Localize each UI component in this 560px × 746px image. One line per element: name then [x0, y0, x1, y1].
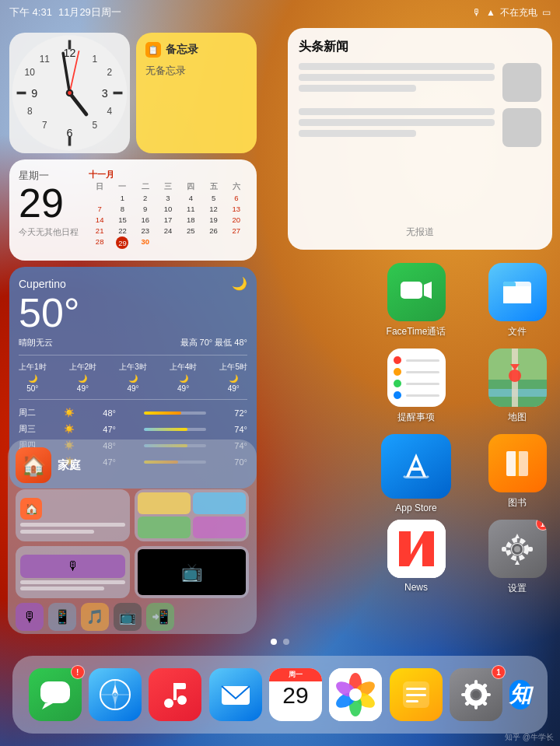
files-icon[interactable] — [488, 263, 547, 321]
files-label: 文件 — [508, 325, 527, 338]
news-icon[interactable] — [387, 520, 446, 578]
svg-rect-71 — [474, 703, 478, 709]
news-thumb-1 — [502, 63, 541, 102]
dock-photos[interactable] — [329, 668, 382, 721]
books-svg — [500, 447, 534, 481]
app-facetime[interactable]: FaceTime通话 — [381, 257, 451, 342]
notes-header: 📋 备忘录 — [145, 42, 247, 58]
svg-rect-27 — [503, 286, 531, 303]
svg-text:9: 9 — [31, 87, 37, 100]
messages-badge: ! — [71, 665, 85, 679]
dock-safari[interactable] — [89, 668, 142, 721]
svg-text:11: 11 — [40, 54, 51, 65]
svg-point-21 — [68, 91, 72, 95]
settings-icon[interactable]: 1 — [488, 520, 547, 578]
safari-dock-icon[interactable] — [89, 668, 142, 721]
maps-svg — [488, 348, 547, 407]
facetime-label: FaceTime通话 — [387, 325, 446, 338]
settings-svg — [500, 532, 534, 566]
preview-cell-4: 📺 — [135, 546, 249, 598]
app-books[interactable]: 图书 — [482, 428, 552, 513]
svg-text:2: 2 — [107, 67, 112, 78]
home-widget-preview: 🏠 🎙 � — [16, 489, 249, 598]
mail-dock-icon[interactable] — [209, 668, 262, 721]
calendar-dock-icon[interactable]: 周一 29 — [269, 668, 322, 721]
svg-rect-44 — [40, 681, 70, 703]
status-time: 下午 4:31 — [9, 5, 52, 19]
files-svg — [500, 275, 534, 310]
dot-1 — [271, 639, 277, 645]
preview-cell-1: 🏠 — [16, 489, 130, 541]
svg-rect-72 — [461, 693, 467, 696]
home-bottom-icons: 🎙 📱 🎵 📺 📲 — [16, 603, 249, 631]
facetime-icon[interactable] — [387, 263, 446, 321]
cal-grid-days: 日 一 二 三 四 五 六 1 2 3 4 5 6 7 8 9 10 11 — [89, 182, 247, 249]
calendar-left: 星期一 29 今天无其他日程 — [19, 169, 81, 251]
settings-dock-badge: 1 — [492, 665, 506, 679]
weather-hourly: 上午1时 🌙 50° 上午2时 🌙 49° 上午3时 🌙 49° 上午4时 🌙 … — [19, 355, 247, 393]
moon-icon: 🌙 — [232, 276, 247, 291]
settings-dock-icon[interactable]: 1 — [450, 668, 502, 721]
settings-badge: 1 — [536, 520, 547, 531]
appstore-label: App Store — [395, 503, 436, 513]
home-app-icon: 🏠 — [16, 447, 51, 483]
app-appstore[interactable]: App Store — [381, 428, 451, 513]
svg-rect-39 — [502, 547, 506, 552]
notes-content: 无备忘录 — [145, 64, 247, 78]
news-item-2 — [299, 108, 541, 147]
dock-settings[interactable]: 1 — [450, 668, 502, 721]
app-small-3: 📲 — [146, 603, 174, 631]
preview-cell-3: 🎙 — [16, 546, 130, 598]
notes-svg — [400, 678, 432, 711]
dock-zhihu[interactable]: 知 — [509, 680, 531, 709]
svg-text:4: 4 — [107, 106, 112, 117]
photos-svg — [329, 668, 382, 721]
app-settings[interactable]: 1 设置 — [482, 513, 552, 599]
music-svg — [159, 678, 191, 711]
appstore-icon[interactable] — [381, 434, 451, 499]
svg-point-52 — [177, 695, 187, 705]
news-svg — [387, 520, 446, 578]
wifi-icon: ▲ — [486, 7, 495, 18]
mail-svg — [219, 678, 252, 711]
status-bar: 下午 4:31 11月29日周一 🎙 ▲ 不在充电 ▭ — [0, 0, 560, 25]
svg-text:8: 8 — [27, 106, 33, 117]
svg-rect-73 — [485, 693, 491, 696]
svg-point-63 — [349, 688, 362, 701]
apps-grid: FaceTime通话 文件 — [381, 257, 552, 599]
photos-dock-icon[interactable] — [329, 668, 382, 721]
app-maps[interactable]: 地图 — [482, 342, 552, 428]
news-label: News — [404, 582, 428, 593]
notes-dock-icon[interactable] — [390, 668, 443, 721]
zhihu-dock-icon[interactable]: 知 — [509, 680, 531, 709]
app-reminders[interactable]: 提醒事项 — [381, 342, 451, 428]
calendar-grid: 十一月 日 一 二 三 四 五 六 1 2 3 4 5 6 7 8 9 — [89, 169, 247, 251]
app-files[interactable]: 文件 — [482, 257, 552, 342]
dock-music[interactable] — [149, 668, 201, 721]
weather-highlow: 最高 70° 最低 48° — [180, 337, 247, 348]
maps-icon[interactable] — [488, 348, 547, 407]
news-widget: 头条新闻 无报道 — [288, 28, 552, 250]
reminders-icon[interactable] — [387, 348, 446, 407]
svg-marker-45 — [42, 703, 53, 709]
dock-mail[interactable] — [209, 668, 262, 721]
svg-text:6: 6 — [67, 127, 73, 139]
notes-widget: 📋 备忘录 无备忘录 — [136, 33, 257, 153]
svg-point-43 — [514, 546, 520, 552]
preview-cell-2 — [135, 489, 249, 541]
music-dock-icon[interactable] — [149, 668, 201, 721]
facetime-svg — [399, 275, 433, 310]
dock-notes[interactable] — [390, 668, 443, 721]
page-dots — [271, 639, 289, 645]
svg-point-51 — [164, 699, 173, 708]
dock-calendar[interactable]: 周一 29 — [269, 668, 322, 721]
svg-text:10: 10 — [25, 67, 36, 78]
dock-messages[interactable]: ! — [29, 668, 82, 721]
svg-rect-67 — [406, 700, 418, 702]
svg-point-69 — [472, 691, 480, 699]
messages-dock-icon[interactable]: ! — [29, 668, 82, 721]
books-icon[interactable] — [488, 434, 547, 492]
app-news[interactable]: News — [381, 513, 451, 599]
svg-rect-65 — [406, 688, 426, 690]
svg-text:12: 12 — [64, 47, 76, 59]
